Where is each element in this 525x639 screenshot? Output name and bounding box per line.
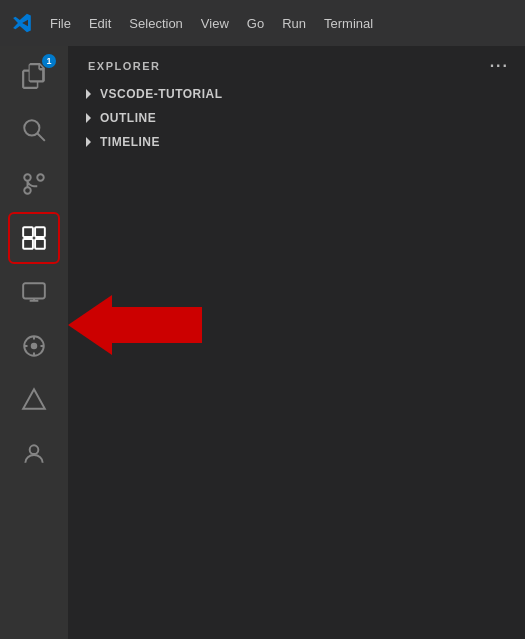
svg-rect-8 (35, 239, 45, 249)
svg-rect-5 (23, 227, 33, 237)
svg-line-1 (37, 133, 45, 141)
sidebar-item-outline[interactable]: OUTLINE (68, 106, 525, 130)
sidebar-header: EXPLORER ··· (68, 46, 525, 82)
svg-point-0 (24, 120, 39, 135)
activity-item-search[interactable] (8, 104, 60, 156)
activity-bar: 1 (0, 46, 68, 639)
menu-go[interactable]: Go (247, 16, 264, 31)
svg-point-13 (30, 445, 39, 454)
svg-rect-7 (23, 239, 33, 249)
menu-terminal[interactable]: Terminal (324, 16, 373, 31)
menu-edit[interactable]: Edit (89, 16, 111, 31)
menu-selection[interactable]: Selection (129, 16, 182, 31)
main-area: 1 (0, 46, 525, 639)
svg-rect-6 (35, 227, 45, 237)
svg-point-2 (24, 187, 31, 194)
activity-item-remote-explorer[interactable] (8, 266, 60, 318)
menu-file[interactable]: File (50, 16, 71, 31)
svg-marker-12 (23, 389, 45, 409)
activity-item-testing[interactable] (8, 320, 60, 372)
svg-rect-9 (23, 283, 45, 298)
chevron-right-icon (80, 134, 96, 150)
menu-view[interactable]: View (201, 16, 229, 31)
titlebar: File Edit Selection View Go Run Terminal (0, 0, 525, 46)
sidebar-item-vscode-tutorial[interactable]: VSCODE-TUTORIAL (68, 82, 525, 106)
activity-item-source-control[interactable] (8, 158, 60, 210)
activity-item-accounts[interactable] (8, 428, 60, 480)
activity-item-explorer[interactable]: 1 (8, 50, 60, 102)
menu-run[interactable]: Run (282, 16, 306, 31)
explorer-title: EXPLORER (88, 60, 161, 72)
sidebar: EXPLORER ··· VSCODE-TUTORIAL OUTLINE TIM… (68, 46, 525, 639)
chevron-right-icon (80, 110, 96, 126)
activity-item-polyglot[interactable] (8, 374, 60, 426)
svg-point-4 (37, 174, 44, 181)
svg-point-11 (31, 343, 38, 350)
explorer-badge: 1 (42, 54, 56, 68)
sidebar-item-timeline[interactable]: TIMELINE (68, 130, 525, 154)
svg-point-3 (24, 174, 31, 181)
activity-item-extensions[interactable] (8, 212, 60, 264)
chevron-right-icon (80, 86, 96, 102)
menu-bar: File Edit Selection View Go Run Terminal (50, 16, 373, 31)
sidebar-more-button[interactable]: ··· (490, 57, 509, 75)
vscode-logo-icon (12, 13, 32, 33)
